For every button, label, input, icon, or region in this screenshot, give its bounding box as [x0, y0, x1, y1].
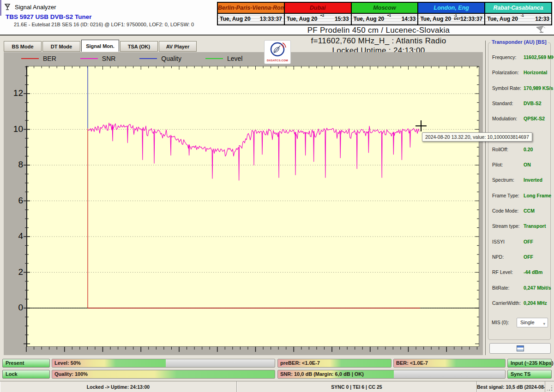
- panel-splitter: [485, 41, 486, 355]
- field-value: OFF: [524, 254, 533, 260]
- clock-hm: 12:33: [535, 16, 549, 22]
- tab-signal-mon-[interactable]: Signal Mon.: [81, 40, 119, 52]
- clock-date: Tue, Aug 20: [487, 16, 518, 22]
- window-edge: [0, 0, 1, 16]
- clock-city: Moscow: [352, 3, 418, 13]
- preber-bar: preBER: <1.0E-7: [277, 359, 391, 368]
- plot-area[interactable]: [23, 66, 483, 356]
- quality-bar: Quality: 100%: [52, 370, 275, 379]
- clock-berlin-paris-vienna-roma: Berlin-Paris-Vienna-RomaTue, Aug 2013:33…: [218, 3, 284, 24]
- y-tick-label: 0: [7, 303, 23, 313]
- clock-rabat-casablanca: Rabat-CasablancaTue, Aug 20-112:33: [484, 3, 551, 24]
- clock-time: Tue, Aug 2013:33:37: [218, 13, 284, 24]
- header-divider: [0, 35, 554, 36]
- legend-label: SNR: [102, 55, 116, 62]
- tab-tsa-ok-[interactable]: TSA (OK): [120, 41, 158, 52]
- transponder-field: Frame Type:Long Frame: [488, 193, 551, 200]
- field-label: Polarization:: [492, 70, 519, 75]
- transponder-field: Polarization:Horizontal: [488, 70, 551, 77]
- clock-london-eng: London, EngTue, Aug 20-1DST12:33:37: [417, 3, 484, 24]
- y-tick-label: 12: [7, 88, 23, 98]
- field-value: 0,204 MHz: [524, 300, 547, 306]
- clock-city: London, Eng: [418, 3, 484, 13]
- transponder-group-title: Transponder (AU) [BS]: [490, 39, 548, 45]
- chart-tooltip: 2024-08-20 13.32.20, value: 10,100000381…: [422, 132, 532, 142]
- clock-date: Tue, Aug 20: [287, 16, 318, 22]
- satellite-dish-icon: [535, 25, 547, 35]
- field-value: DVB-S2: [524, 101, 542, 106]
- legend-item-level: Level: [205, 55, 242, 62]
- field-value: ON: [524, 162, 531, 167]
- dxsatcs-logo: DXSATCS.COM: [264, 40, 291, 64]
- preber-label: preBER: <1.0E-7: [280, 360, 320, 366]
- legend-swatch: [80, 58, 98, 59]
- field-label: RF Level:: [492, 269, 513, 275]
- clock-dubai: DubaiTue, Aug 20+215:33: [284, 3, 351, 24]
- clock-date: Tue, Aug 20: [354, 16, 385, 22]
- present-label: Present: [6, 360, 24, 366]
- transponder-field: RollOff:0.20: [488, 147, 551, 154]
- snr-label: SNR: 10,0 dB (Margin: 6,0 dB | OK): [280, 371, 364, 377]
- legend-swatch: [21, 58, 39, 59]
- y-tick-label: 8: [7, 160, 23, 170]
- field-value: QPSK-S2: [524, 116, 545, 121]
- transponder-field: Standard:DVB-S2: [488, 101, 551, 107]
- legend-item-snr: SNR: [80, 55, 116, 62]
- signal-chart-widget: BERSNRQualityLevel 024681012: [4, 52, 483, 355]
- transponder-field: Frequency:11602,569 MHz: [488, 54, 551, 61]
- sync-indicator: Sync TS: [507, 370, 552, 379]
- field-label: Pilot:: [492, 162, 503, 167]
- input-indicator: Input (~235 Kbps): [507, 359, 552, 368]
- lock-indicator: Lock: [2, 370, 50, 379]
- sync-label: Sync TS: [511, 371, 530, 377]
- clock-time: Tue, Aug 20+215:33: [285, 13, 351, 24]
- stream-list-button[interactable]: [489, 343, 551, 354]
- y-tick-label: 4: [7, 231, 23, 241]
- field-value: CCM: [524, 208, 535, 214]
- tab-bs-mode[interactable]: BS Mode: [4, 41, 42, 52]
- clock-city: Rabat-Casablanca: [485, 3, 551, 13]
- clock-hm: 12:33:37: [460, 16, 482, 22]
- list-icon: [517, 345, 524, 351]
- field-value: Transport: [524, 223, 546, 229]
- tab-av-player[interactable]: AV Player: [159, 41, 197, 52]
- input-label: Input (~235 Kbps): [511, 360, 554, 366]
- lock-label: Lock: [6, 371, 18, 377]
- y-tick-label: 6: [7, 196, 23, 206]
- field-label: Stream type:: [492, 223, 520, 229]
- clock-hm: 13:33:37: [260, 16, 282, 22]
- field-value: -44 dBm: [524, 269, 542, 275]
- status-bar: Locked -> Uptime: 24:13:00 SYNC 0 | TEI …: [0, 381, 554, 392]
- clock-time: Tue, Aug 20+114:33: [352, 13, 418, 24]
- legend-label: Quality: [161, 55, 181, 62]
- clock-date: Tue, Aug 20: [420, 16, 451, 22]
- field-label: Modulation:: [492, 116, 517, 121]
- tuner-name: TBS 5927 USB DVB-S2 Tuner: [6, 13, 92, 20]
- logo-caption: DXSATCS.COM: [265, 59, 290, 62]
- field-value: 0,247 Mbit/s: [524, 285, 551, 291]
- transponder-field: Stream type:Transport: [488, 223, 551, 230]
- snr-bar: SNR: 10,0 dB (Margin: 6,0 dB | OK): [277, 370, 506, 379]
- clock-hm: 15:33: [335, 16, 349, 22]
- tab-dt-mode[interactable]: DT Mode: [42, 41, 80, 52]
- chart-legend: BERSNRQualityLevel: [21, 54, 242, 63]
- ber-bar: BER: <1.0E-7: [393, 359, 506, 368]
- chevron-down-icon: ▾: [543, 320, 545, 328]
- legend-label: BER: [43, 55, 56, 62]
- field-label: Frequency:: [492, 54, 517, 60]
- clock-hm: 14:33: [402, 16, 416, 22]
- field-label: ISSYI: [492, 239, 505, 244]
- status-grip[interactable]: [545, 381, 554, 392]
- mis-dropdown[interactable]: Single ▾: [517, 318, 548, 327]
- clock-time: Tue, Aug 20-1DST12:33:37: [418, 13, 484, 24]
- field-label: NPD:: [492, 254, 504, 260]
- tuner-info: 21.6E - Eutelsat 21B SES 16 (ID: 0216) @…: [14, 22, 194, 27]
- field-label: CarrierWidth:: [492, 300, 521, 306]
- snr-plot-svg[interactable]: [23, 66, 481, 356]
- mis-value: Single: [520, 320, 535, 325]
- transponder-field: ISSYIOFF: [488, 239, 551, 246]
- clock-city: Berlin-Paris-Vienna-Roma: [218, 3, 284, 13]
- clock-offset: +1: [387, 14, 397, 17]
- legend-label: Level: [227, 55, 242, 62]
- clock-moscow: MoscowTue, Aug 20+114:33: [351, 3, 418, 24]
